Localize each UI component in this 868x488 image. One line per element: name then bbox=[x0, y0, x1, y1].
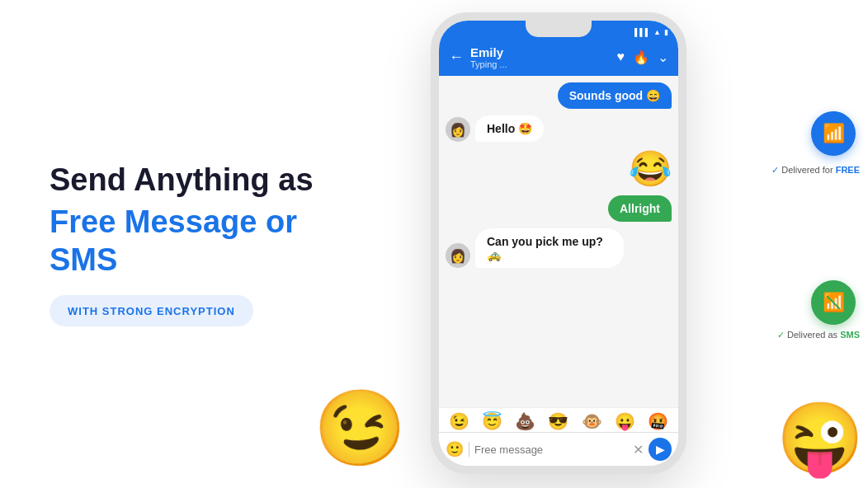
delivered-free-text: Delivered for bbox=[781, 165, 835, 175]
wifi-status-icon: ▲ bbox=[653, 28, 661, 36]
fire-icon[interactable]: 🔥 bbox=[633, 49, 649, 65]
message-sounds-good: Sounds good 😄 bbox=[446, 82, 672, 109]
wifi-bubble-green: 📶 bbox=[811, 280, 856, 325]
phone-mockup: ▌▌▌ ▲ ▮ ← Emily Typing ... ♥ 🔥 ⌄ Sounds … bbox=[431, 12, 686, 474]
bubble-pickup: Can you pick me up? 🚕 bbox=[475, 228, 624, 268]
clear-input-icon[interactable]: ✕ bbox=[633, 442, 644, 458]
emoji-cool[interactable]: 😎 bbox=[548, 411, 568, 431]
delivered-free-label: ✓ Delivered for FREE bbox=[771, 165, 860, 176]
decorative-tongue-emoji: 😜 bbox=[776, 397, 864, 480]
message-allright: Allright bbox=[446, 195, 672, 222]
phone-notch bbox=[526, 21, 592, 37]
back-arrow-icon[interactable]: ← bbox=[449, 49, 464, 66]
emoji-tongue[interactable]: 😛 bbox=[615, 411, 635, 431]
wifi-blue-icon: 📶 bbox=[823, 123, 845, 144]
emoji-monkey[interactable]: 🐵 bbox=[582, 411, 602, 431]
contact-info: Emily Typing ... bbox=[470, 45, 611, 69]
emoji-input-icon[interactable]: 🙂 bbox=[446, 440, 464, 458]
chevron-down-icon[interactable]: ⌄ bbox=[658, 49, 668, 65]
right-section: ▌▌▌ ▲ ▮ ← Emily Typing ... ♥ 🔥 ⌄ Sounds … bbox=[389, 0, 868, 488]
message-input[interactable] bbox=[474, 443, 628, 456]
delivered-sms-text: Delivered as bbox=[787, 330, 840, 340]
bubble-hello: Hello 🤩 bbox=[475, 115, 544, 142]
free-highlight: FREE bbox=[836, 165, 860, 175]
incoming-avatar-2: 👩 bbox=[446, 243, 470, 268]
headline-line2: Free Message or SMS bbox=[50, 204, 330, 279]
sms-highlight: SMS bbox=[840, 330, 860, 340]
message-emoji-laugh: 😂 bbox=[446, 148, 672, 189]
chat-body: Sounds good 😄 👩 Hello 🤩 😂 Allright 👩 Can… bbox=[439, 76, 678, 414]
input-divider bbox=[469, 442, 469, 457]
check-icon-free: ✓ bbox=[771, 165, 781, 175]
emoji-laugh: 😂 bbox=[629, 148, 672, 189]
bubble-allright: Allright bbox=[608, 195, 672, 222]
encryption-badge: WITH STRONG ENCRYPTION bbox=[50, 295, 253, 326]
emoji-angry[interactable]: 🤬 bbox=[648, 411, 668, 431]
check-icon-sms: ✓ bbox=[777, 330, 787, 340]
wifi-green-icon: 📶 bbox=[823, 292, 845, 313]
chat-header: ← Emily Typing ... ♥ 🔥 ⌄ bbox=[439, 40, 678, 76]
contact-name: Emily bbox=[470, 45, 611, 59]
message-hello: 👩 Hello 🤩 bbox=[446, 115, 672, 142]
signal-icon: ▌▌▌ bbox=[634, 28, 650, 36]
encryption-badge-text: WITH STRONG ENCRYPTION bbox=[68, 305, 235, 317]
contact-status: Typing ... bbox=[470, 59, 611, 69]
wifi-bubble-blue: 📶 bbox=[811, 111, 856, 156]
headline-line1: Send Anything as bbox=[50, 162, 314, 199]
emoji-poop[interactable]: 💩 bbox=[515, 411, 535, 431]
battery-icon: ▮ bbox=[664, 28, 668, 36]
bubble-sounds-good: Sounds good 😄 bbox=[558, 82, 672, 109]
chat-input-bar[interactable]: 🙂 ✕ ▶ bbox=[439, 432, 678, 466]
delivered-sms-label: ✓ Delivered as SMS bbox=[777, 330, 860, 340]
send-button[interactable]: ▶ bbox=[649, 438, 672, 461]
message-pickup: 👩 Can you pick me up? 🚕 bbox=[446, 228, 672, 268]
emoji-wink[interactable]: 😉 bbox=[449, 411, 469, 431]
incoming-avatar-1: 👩 bbox=[446, 117, 470, 142]
emoji-angel[interactable]: 😇 bbox=[482, 411, 502, 431]
status-icons: ▌▌▌ ▲ ▮ bbox=[634, 28, 668, 36]
header-icons: ♥ 🔥 ⌄ bbox=[617, 49, 669, 65]
emoji-picker-row[interactable]: 😉 😇 💩 😎 🐵 😛 🤬 bbox=[439, 407, 678, 434]
heart-icon[interactable]: ♥ bbox=[617, 49, 625, 65]
